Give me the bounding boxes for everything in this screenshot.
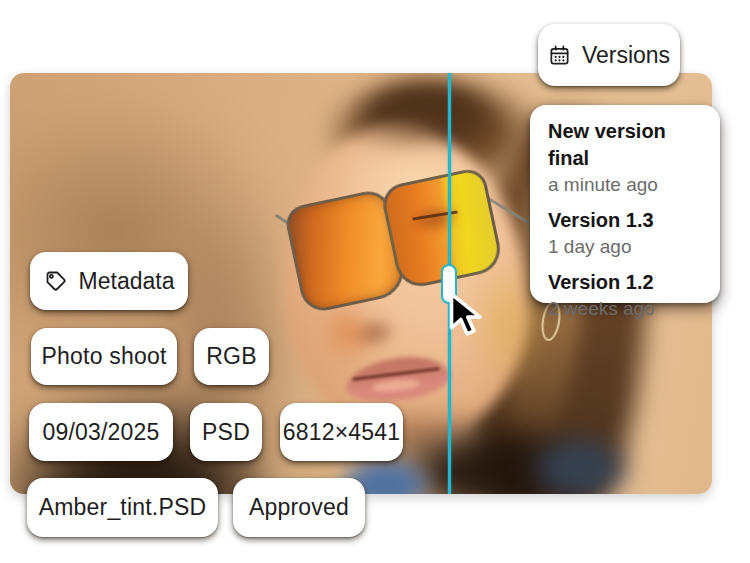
version-time: 1 day ago — [548, 234, 702, 260]
pill-photo-shoot[interactable]: Photo shoot — [31, 328, 177, 385]
metadata-button[interactable]: Metadata — [30, 252, 188, 310]
version-time: 2 weeks ago — [548, 296, 702, 322]
version-title: Version 1.2 — [548, 269, 702, 296]
calendar-icon — [548, 44, 571, 67]
pill-filename[interactable]: Amber_tint.PSD — [27, 478, 218, 537]
pill-format[interactable]: PSD — [190, 403, 262, 461]
marketing-ui-composite: Versions New version final a minute ago … — [0, 0, 750, 563]
version-time: a minute ago — [548, 172, 702, 198]
tag-icon — [44, 269, 68, 293]
pill-dimensions[interactable]: 6812×4541 — [280, 403, 403, 461]
version-title: Version 1.3 — [548, 207, 702, 234]
pill-date[interactable]: 09/03/2025 — [29, 403, 173, 461]
pill-status[interactable]: Approved — [233, 478, 365, 537]
versions-button-label: Versions — [582, 42, 670, 69]
version-item-1-3[interactable]: Version 1.3 1 day ago — [548, 207, 702, 260]
cursor-icon — [448, 291, 488, 339]
version-item-new[interactable]: New version final a minute ago — [548, 118, 702, 198]
version-item-1-2[interactable]: Version 1.2 2 weeks ago — [548, 269, 702, 322]
pill-color-mode[interactable]: RGB — [194, 328, 269, 385]
version-title: New version final — [548, 118, 702, 172]
versions-button[interactable]: Versions — [538, 24, 680, 86]
versions-panel: New version final a minute ago Version 1… — [530, 105, 720, 303]
metadata-button-label: Metadata — [79, 268, 175, 295]
